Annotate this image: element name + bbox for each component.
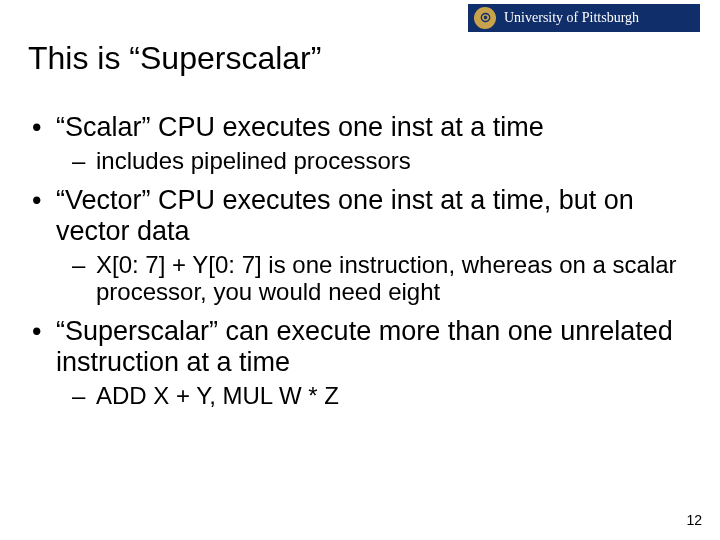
shield-icon: ⦿	[474, 7, 496, 29]
bullet-item: “Superscalar” can execute more than one …	[28, 316, 692, 378]
bullet-item: “Scalar” CPU executes one inst at a time	[28, 112, 692, 143]
slide: ⦿ University of Pittsburgh This is “Supe…	[0, 0, 720, 540]
bullet-subitem: X[0: 7] + Y[0: 7] is one instruction, wh…	[28, 251, 692, 306]
bullet-item: “Vector” CPU executes one inst at a time…	[28, 185, 692, 247]
bullet-subitem: includes pipelined processors	[28, 147, 692, 175]
bullet-subitem: ADD X + Y, MUL W * Z	[28, 382, 692, 410]
page-number: 12	[686, 512, 702, 528]
university-logo: ⦿ University of Pittsburgh	[468, 4, 700, 32]
logo-text: University of Pittsburgh	[504, 10, 639, 26]
slide-body: “Scalar” CPU executes one inst at a time…	[28, 104, 692, 420]
slide-title: This is “Superscalar”	[28, 40, 321, 77]
